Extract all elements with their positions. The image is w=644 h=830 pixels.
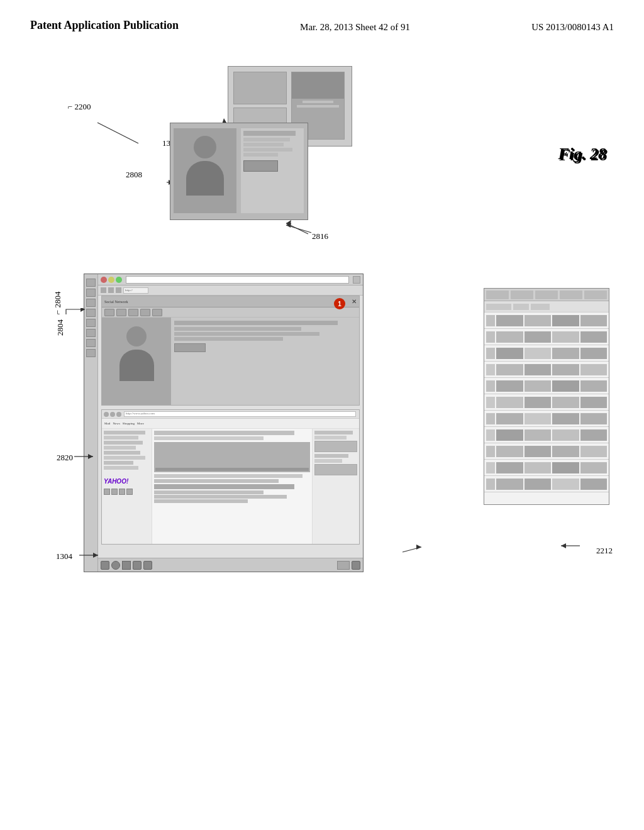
notification-badge: 1 [334,298,345,309]
browser-toolbar-secondary: http:// [98,285,363,296]
thumb-profile [170,123,308,220]
browser-toolbar-top [98,274,363,285]
yahoo-browser-panel: http://www.yahoo.com Mail News Shopping … [101,409,360,545]
svg-line-0 [97,123,138,143]
arrow-2820 [74,451,99,464]
svg-marker-21 [93,553,98,558]
label-2200: ⌐ 2200 [68,102,91,112]
svg-marker-16 [286,223,291,228]
figure-label-text: Fig. 28 [559,146,608,165]
arrow-1304-bottom [79,551,104,560]
label-2808: 2808 [126,170,142,180]
svg-marker-19 [88,454,93,459]
svg-marker-17 [80,308,85,312]
svg-marker-14 [416,545,421,550]
page-header: Patent Application Publication Mar. 28, … [0,0,644,41]
arrow-2212 [555,540,586,552]
arrow-2816 [252,214,327,245]
label-2212: 2212 [596,546,613,556]
bracket-2804 [63,308,88,321]
large-browser-window: http:// Social Network ✕ [84,274,364,572]
publication-title: Patent Application Publication [30,18,179,33]
social-network-panel: Social Network ✕ [101,296,360,406]
grid-panel [484,288,609,505]
patent-number: US 2013/0080143 A1 [531,18,614,35]
browser-taskbar [98,558,363,572]
label-2820: 2820 [57,453,73,463]
svg-line-13 [402,547,421,552]
label-1304-bottom: 1304 [56,551,72,562]
svg-marker-23 [561,543,566,548]
label-2804: ⌐ 2804 [53,291,63,314]
label-2804-vertical: 2804 [55,319,65,336]
sheet-info: Mar. 28, 2013 Sheet 42 of 91 [300,18,410,35]
